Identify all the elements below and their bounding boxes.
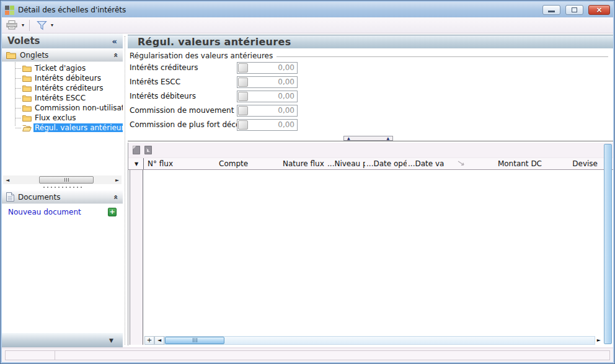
open-folder-icon <box>22 125 32 131</box>
grid-scroll-right-icon[interactable]: ► <box>595 337 603 343</box>
print-dropdown-caret[interactable]: ▾ <box>22 22 24 28</box>
field-lookup-button[interactable] <box>238 92 248 101</box>
tree-item-interets-crediteurs[interactable]: Intérêts créditeurs <box>2 83 123 93</box>
printer-icon <box>6 20 18 30</box>
sidebar-resize-gutter[interactable] <box>123 33 128 347</box>
grid-vertical-scrollbar[interactable] <box>604 144 612 344</box>
tree-item-interets-escc[interactable]: Intérêts ESCC <box>2 93 123 103</box>
tree-item-ticket-agios[interactable]: Ticket d'agios <box>2 63 123 73</box>
field-lookup-button[interactable] <box>238 63 248 73</box>
field-value: 0,00 <box>248 106 296 115</box>
column-header-nature-flux[interactable]: Nature flux <box>283 159 326 168</box>
filter-icon <box>37 20 47 30</box>
column-header-compte[interactable]: Compte <box>215 159 283 168</box>
column-header-niveau[interactable]: ...Niveau p <box>326 159 365 168</box>
grid-scroll-left-icon[interactable]: ◄ <box>154 336 164 345</box>
grid-toolbar <box>128 143 613 158</box>
field-value: 0,00 <box>248 120 296 129</box>
tree-item-interets-debiteurs[interactable]: Intérêts débiteurs <box>2 73 123 83</box>
documents-section-header[interactable]: Documents « <box>2 190 123 204</box>
sidebar-splitter-handle[interactable] <box>2 184 123 190</box>
window-title: Détail des échelles d'intérêts <box>18 6 538 14</box>
toolbar: ▾ ▾ <box>2 17 613 33</box>
grid-scrollbar-thumb[interactable] <box>165 337 224 344</box>
column-header-montant-dc[interactable]: Montant DC <box>475 159 544 168</box>
commission-mouvement-field[interactable]: 0,00 <box>237 105 298 117</box>
column-header-n-flux[interactable]: N° flux <box>144 159 215 168</box>
folder-icon <box>22 65 32 72</box>
onglets-collapse-icon[interactable]: « <box>112 53 120 58</box>
groupbox-legend: Régularisation des valeurs antérieures <box>130 51 273 60</box>
app-window: Détail des échelles d'intérêts × ▾ ▾ <box>0 0 615 364</box>
documents-collapse-icon[interactable]: « <box>112 195 120 200</box>
folder-icon <box>22 75 32 82</box>
status-bar <box>2 347 613 362</box>
commission-pfd-field[interactable]: 0,00 <box>237 119 298 131</box>
filter-button[interactable] <box>35 19 49 32</box>
export-page-icon[interactable] <box>132 146 141 154</box>
add-row-button[interactable]: + <box>144 336 154 345</box>
sort-indicator-icon <box>458 161 466 167</box>
field-lookup-button[interactable] <box>238 78 248 87</box>
page-title: Régul. valeurs antérieures <box>138 36 291 48</box>
column-header-devise[interactable]: Devise <box>544 159 601 168</box>
interets-escc-field[interactable]: 0,00 <box>237 76 298 88</box>
horizontal-splitter: ▲ ▲ <box>128 136 613 143</box>
toolbar-separator <box>29 20 30 31</box>
field-value: 0,00 <box>248 92 296 100</box>
onglets-tree: Ticket d'agios Intérêts débiteurs Intérê… <box>2 62 123 175</box>
folder-icon <box>22 95 32 102</box>
tree-scrollbar-thumb[interactable] <box>39 176 94 184</box>
field-lookup-button[interactable] <box>238 106 248 115</box>
scroll-left-icon[interactable]: ◄ <box>3 177 12 183</box>
grid-horizontal-scrollbar[interactable] <box>164 336 595 345</box>
column-header-date-valeur[interactable]: ...Date va <box>407 159 475 168</box>
field-value: 0,00 <box>248 78 296 86</box>
new-document-link[interactable]: Nouveau document <box>8 208 81 216</box>
flux-grid: ▼ N° flux Compte Nature flux ...Niveau p… <box>128 143 613 345</box>
app-icon <box>5 6 14 14</box>
regularisation-groupbox: Régularisation des valeurs antérieures I… <box>128 48 613 133</box>
export-page-arrow-icon[interactable] <box>144 146 153 154</box>
tree-item-label: Intérêts ESCC <box>33 94 87 102</box>
folder-icon <box>22 85 32 92</box>
main-header: Régul. valeurs antérieures <box>128 35 613 48</box>
onglets-section-label: Onglets <box>20 51 48 60</box>
filter-dropdown-caret[interactable]: ▾ <box>51 22 53 28</box>
onglets-section-header[interactable]: Onglets « <box>2 48 123 62</box>
sidebar-bottom-bar: ▼ <box>2 333 123 347</box>
field-lookup-button[interactable] <box>238 120 248 130</box>
restore-button[interactable] <box>565 5 583 15</box>
folder-icon <box>6 51 16 59</box>
scroll-right-icon[interactable]: ► <box>113 177 122 183</box>
tree-item-flux-exclus[interactable]: Flux exclus <box>2 113 123 123</box>
field-row: Commission de mouvement 0,00 <box>130 104 608 117</box>
grid-body: + ◄ ► <box>128 170 613 345</box>
minimize-button[interactable] <box>542 5 560 15</box>
folder-icon <box>22 105 32 112</box>
new-document-row: Nouveau document + <box>2 204 123 220</box>
interets-crediteurs-field[interactable]: 0,00 <box>237 62 298 74</box>
tree-horizontal-scrollbar[interactable]: ◄ ► <box>3 175 122 184</box>
close-button[interactable]: × <box>588 5 610 15</box>
splitter-line[interactable] <box>128 141 613 142</box>
content-area: Volets « Onglets « Ticket d'agios <box>2 33 613 347</box>
grid-header-row: ▼ N° flux Compte Nature flux ...Niveau p… <box>128 158 613 170</box>
grid-filter-caret-icon: ▼ <box>135 161 138 167</box>
column-header-date-operation[interactable]: ...Date opéra <box>365 159 407 168</box>
print-button[interactable] <box>4 19 20 31</box>
interets-debiteurs-field[interactable]: 0,00 <box>237 91 298 102</box>
tree-item-commission-non-utilisation[interactable]: Commission non-utilisatio <box>2 103 123 113</box>
restore-icon <box>572 7 577 12</box>
sidebar-empty-area <box>2 220 123 333</box>
tree-item-regul-valeurs-anterieures[interactable]: Régul. valeurs antérieures <box>2 123 123 133</box>
splitter-collapse-handle[interactable]: ▲ ▲ <box>343 136 393 141</box>
row-filter-button[interactable]: ▼ <box>130 158 144 169</box>
title-bar: Détail des échelles d'intérêts × <box>2 2 613 17</box>
column-header-label: ...Date va <box>408 159 444 168</box>
expand-down-icon[interactable]: ▼ <box>109 337 113 344</box>
sidebar-collapse-icon[interactable]: « <box>112 37 117 46</box>
add-document-button[interactable]: + <box>108 208 117 216</box>
sidebar-header: Volets « <box>2 33 123 48</box>
row-selector-column <box>130 170 143 345</box>
